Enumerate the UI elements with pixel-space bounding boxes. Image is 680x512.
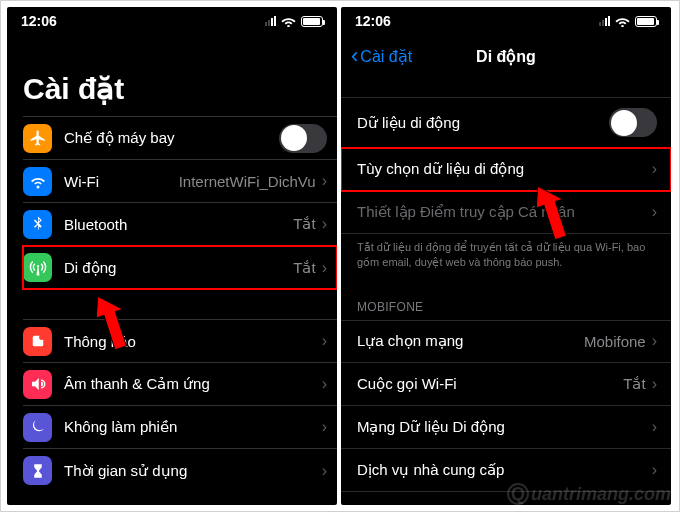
row-mobile-data-options[interactable]: Tùy chọn dữ liệu di động › (341, 148, 671, 191)
settings-root-screen: 12:06 Cài đặt Chế độ máy bay Wi-Fi (7, 7, 337, 505)
status-time: 12:06 (355, 13, 391, 29)
section-header: MOBIFONE (341, 284, 671, 320)
row-label: Mạng Dữ liệu Di động (357, 418, 652, 436)
row-value: Tắt (623, 375, 645, 393)
chevron-right-icon: › (322, 418, 327, 436)
battery-icon (301, 16, 323, 27)
airplane-icon (23, 124, 52, 153)
row-mobile-data[interactable]: Dữ liệu di động (341, 97, 671, 148)
row-screen-time[interactable]: Thời gian sử dụng › (23, 449, 337, 492)
row-label: Cuộc gọi Wi-Fi (357, 375, 623, 393)
airplane-toggle[interactable] (279, 124, 327, 153)
row-label: Không làm phiền (64, 418, 322, 436)
hourglass-icon (23, 456, 52, 485)
row-label: Tùy chọn dữ liệu di động (357, 160, 652, 178)
row-label: Wi-Fi (64, 173, 179, 190)
row-notifications[interactable]: Thông báo › (23, 320, 337, 363)
row-dnd[interactable]: Không làm phiền › (23, 406, 337, 449)
row-airplane-mode[interactable]: Chế độ máy bay (23, 117, 337, 160)
status-indicators (599, 16, 657, 27)
notifications-icon (23, 327, 52, 356)
status-time: 12:06 (21, 13, 57, 29)
wifi-icon (615, 16, 630, 27)
row-label: Di động (64, 259, 293, 277)
watermark-logo-icon: Q (507, 483, 529, 505)
chevron-right-icon: › (322, 215, 327, 233)
moon-icon (23, 413, 52, 442)
back-label: Cài đặt (360, 47, 412, 66)
cellular-group-main: Dữ liệu di động Tùy chọn dữ liệu di động… (341, 97, 671, 234)
row-label: Lựa chọn mạng (357, 332, 584, 350)
row-sounds[interactable]: Âm thanh & Cảm ứng › (23, 363, 337, 406)
row-wifi-calling[interactable]: Cuộc gọi Wi-Fi Tắt › (341, 363, 671, 406)
chevron-right-icon: › (322, 259, 327, 277)
chevron-right-icon: › (322, 375, 327, 393)
chevron-right-icon: › (652, 461, 657, 479)
section-footer: Tắt dữ liệu di động để truyền tất cả dữ … (341, 234, 671, 284)
sounds-icon (23, 370, 52, 399)
watermark-text: uantrimang.com (531, 484, 671, 505)
watermark: Q uantrimang.com (507, 483, 671, 505)
row-label: Âm thanh & Cảm ứng (64, 375, 322, 393)
row-value: Tắt (293, 215, 315, 233)
chevron-right-icon: › (652, 332, 657, 350)
cellular-settings-screen: 12:06 ‹ Cài đặt Di động Dữ liệu di động … (341, 7, 671, 505)
antenna-icon (23, 253, 52, 282)
bluetooth-icon (23, 210, 52, 239)
row-bluetooth[interactable]: Bluetooth Tắt › (23, 203, 337, 246)
row-mobile-data-network[interactable]: Mạng Dữ liệu Di động › (341, 406, 671, 449)
settings-group-notify: Thông báo › Âm thanh & Cảm ứng › Không l… (23, 319, 337, 492)
row-label: Thông báo (64, 333, 322, 350)
row-label: Dữ liệu di động (357, 114, 609, 132)
nav-bar: ‹ Cài đặt Di động (341, 35, 671, 77)
cellular-signal-icon (265, 16, 276, 26)
wifi-settings-icon (23, 167, 52, 196)
chevron-right-icon: › (652, 375, 657, 393)
wifi-icon (281, 16, 296, 27)
svg-point-1 (39, 335, 44, 340)
row-network-selection[interactable]: Lựa chọn mạng Mobifone › (341, 320, 671, 363)
row-label: Dịch vụ nhà cung cấp (357, 461, 652, 479)
row-wifi[interactable]: Wi-Fi InternetWiFi_DichVu › (23, 160, 337, 203)
settings-group-connectivity: Chế độ máy bay Wi-Fi InternetWiFi_DichVu… (23, 116, 337, 289)
chevron-left-icon: ‹ (351, 45, 358, 67)
row-value: InternetWiFi_DichVu (179, 173, 316, 190)
row-personal-hotspot[interactable]: Thiết lập Điểm truy cập Cá nhân › (341, 191, 671, 234)
chevron-right-icon: › (652, 203, 657, 221)
cellular-signal-icon (599, 16, 610, 26)
cellular-group-carrier: Lựa chọn mạng Mobifone › Cuộc gọi Wi-Fi … (341, 320, 671, 492)
status-indicators (265, 16, 323, 27)
row-cellular[interactable]: Di động Tắt › (23, 246, 337, 289)
status-bar: 12:06 (7, 7, 337, 35)
row-value: Tắt (293, 259, 315, 277)
chevron-right-icon: › (322, 462, 327, 480)
mobile-data-toggle[interactable] (609, 108, 657, 137)
page-title: Cài đặt (7, 35, 337, 116)
row-label: Thời gian sử dụng (64, 462, 322, 480)
row-value: Mobifone (584, 333, 646, 350)
chevron-right-icon: › (322, 332, 327, 350)
status-bar: 12:06 (341, 7, 671, 35)
back-button[interactable]: ‹ Cài đặt (351, 45, 412, 67)
chevron-right-icon: › (652, 160, 657, 178)
chevron-right-icon: › (652, 418, 657, 436)
row-label: Thiết lập Điểm truy cập Cá nhân (357, 203, 652, 221)
row-label: Chế độ máy bay (64, 129, 279, 147)
row-label: Bluetooth (64, 216, 293, 233)
battery-icon (635, 16, 657, 27)
chevron-right-icon: › (322, 172, 327, 190)
